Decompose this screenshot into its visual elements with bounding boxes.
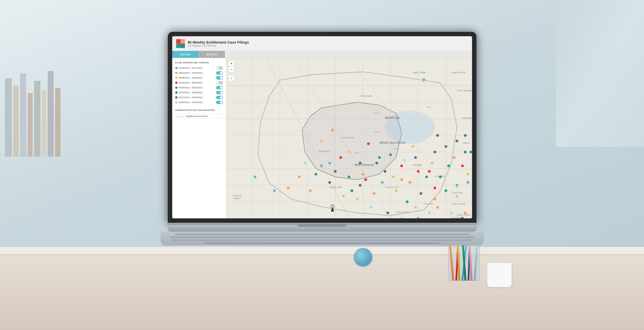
svg-text:Glendale: Glendale <box>462 117 471 119</box>
app-header: Bi-Weekly Entitlement Case Filings Los A… <box>172 36 472 51</box>
svg-text:Hancock Park: Hancock Park <box>385 186 399 189</box>
period-label-0: 07/04/2021 - 07/17/2021 <box>179 67 203 69</box>
period-item-6: 04/11/2021 - 04/24/2021 <box>175 96 223 99</box>
tab-archive[interactable]: Archive <box>198 51 225 58</box>
period-toggle-5[interactable] <box>216 91 223 94</box>
svg-point-95 <box>370 206 372 209</box>
svg-point-63 <box>411 145 414 148</box>
boundary-label: Neighborhood Council <box>186 115 208 117</box>
period-toggle-3[interactable] <box>216 81 223 84</box>
period-item-7: 03/28/2021 - 04/10/2021 <box>175 101 223 104</box>
svg-point-64 <box>431 162 433 165</box>
home-icon: ⌂ <box>230 76 232 80</box>
period-label-4: 05/09/2021 - 05/22/2021 <box>179 86 203 89</box>
period-toggle-2[interactable] <box>216 76 223 79</box>
book-6 <box>42 91 46 157</box>
boundary-line-icon <box>177 116 184 117</box>
tab-current[interactable]: Current <box>172 51 198 58</box>
toggle-knob-5 <box>220 91 222 94</box>
left-panel: CASE REPORTING PERIOD 07/04/2021 - 07/17… <box>172 58 226 218</box>
svg-point-60 <box>309 189 312 192</box>
period-toggle-1[interactable] <box>216 71 223 75</box>
period-dot-7 <box>175 101 178 104</box>
period-label-6: 04/11/2021 - 04/24/2021 <box>179 96 203 99</box>
period-item-3: 05/23/2021 - 06/05/2021 <box>175 81 223 84</box>
svg-point-122 <box>414 206 417 209</box>
period-label-1: 06/20/2021 - 07/03/2021 <box>179 72 203 74</box>
desk <box>0 247 644 330</box>
logo-quadrant-1 <box>176 39 180 43</box>
svg-text:Toluca Lake: Toluca Lake <box>360 95 372 97</box>
neighborhood-council-item[interactable]: Neighborhood Council <box>175 114 223 119</box>
svg-point-115 <box>428 170 430 173</box>
svg-text:Angeles: Angeles <box>233 197 241 200</box>
period-dot-5 <box>175 91 178 94</box>
period-item-2: 06/06/2021 - 06/19/2021 <box>175 76 223 79</box>
svg-point-73 <box>461 165 464 167</box>
toggle-knob-7 <box>220 101 222 104</box>
svg-point-77 <box>444 189 447 192</box>
svg-text:1608 #: 1608 # <box>374 131 380 133</box>
svg-text:Edendale: Edendale <box>412 164 422 166</box>
tab-bar: Current Archive <box>172 51 472 58</box>
app-subtitle: Los Angeles City Planning <box>188 44 249 47</box>
period-dot-1 <box>175 72 178 74</box>
svg-text:Valley Village: Valley Village <box>412 71 426 74</box>
svg-point-65 <box>392 176 395 178</box>
svg-point-117 <box>375 162 378 165</box>
svg-point-98 <box>348 151 350 153</box>
svg-point-84 <box>386 212 389 214</box>
svg-point-78 <box>406 201 408 203</box>
svg-text:Lincoln Hei...: Lincoln Hei... <box>451 192 464 194</box>
period-toggle-0[interactable] <box>216 66 223 70</box>
svg-point-104 <box>320 165 322 167</box>
book-5 <box>34 81 40 157</box>
svg-point-92 <box>428 212 430 214</box>
svg-point-96 <box>273 189 276 192</box>
svg-point-82 <box>464 134 466 137</box>
svg-point-75 <box>378 156 381 159</box>
period-dot-0 <box>175 67 178 69</box>
logo-quadrant-4 <box>180 43 185 48</box>
svg-text:1980 #: 1980 # <box>354 152 360 154</box>
svg-point-87 <box>436 134 439 137</box>
svg-point-113 <box>400 178 403 181</box>
zoom-out-button[interactable]: − <box>228 67 234 72</box>
period-toggle-6[interactable] <box>216 96 223 99</box>
svg-point-85 <box>350 189 353 192</box>
svg-text:North Glendale: North Glendale <box>457 89 472 92</box>
svg-point-66 <box>356 198 358 200</box>
period-toggle-7[interactable] <box>216 101 223 104</box>
svg-point-114 <box>342 195 345 198</box>
case-reporting-section-title: CASE REPORTING PERIOD <box>175 61 223 64</box>
toggle-knob-4 <box>220 86 222 89</box>
svg-point-81 <box>444 145 447 148</box>
main-content: CASE REPORTING PERIOD 07/04/2021 - 07/17… <box>172 58 472 218</box>
svg-point-57 <box>372 192 375 195</box>
zoom-in-button[interactable]: + <box>228 60 234 66</box>
app-title: Bi-Weekly Entitlement Case Filings <box>188 40 249 44</box>
book-2 <box>13 86 18 157</box>
svg-point-86 <box>328 181 331 184</box>
svg-point-99 <box>367 142 370 145</box>
svg-point-58 <box>436 206 439 209</box>
admin-boundaries-title: ADMINISTRATIVE BOUNDARIES <box>175 109 223 111</box>
period-label-2: 06/06/2021 - 06/19/2021 <box>179 77 203 79</box>
svg-text:MOUNT LEE: MOUNT LEE <box>385 117 400 119</box>
home-button[interactable]: ⌂ <box>228 75 234 81</box>
toggle-knob-3 <box>216 81 219 84</box>
period-dot-3 <box>175 81 178 84</box>
svg-text:Studio City: Studio City <box>318 150 329 153</box>
svg-point-119 <box>403 159 406 162</box>
laptop-keyboard <box>160 232 484 245</box>
admin-boundaries-section: ADMINISTRATIVE BOUNDARIES Neighborhood C… <box>175 109 223 119</box>
svg-text:808 #: 808 # <box>426 106 431 108</box>
svg-point-101 <box>414 156 417 159</box>
book-3 <box>20 73 26 157</box>
svg-text:West Hollywood: West Hollywood <box>354 164 374 166</box>
book-8 <box>55 88 60 157</box>
period-toggle-4[interactable] <box>216 86 223 89</box>
svg-point-107 <box>417 170 419 173</box>
svg-point-93 <box>450 212 453 214</box>
svg-point-110 <box>334 170 336 173</box>
